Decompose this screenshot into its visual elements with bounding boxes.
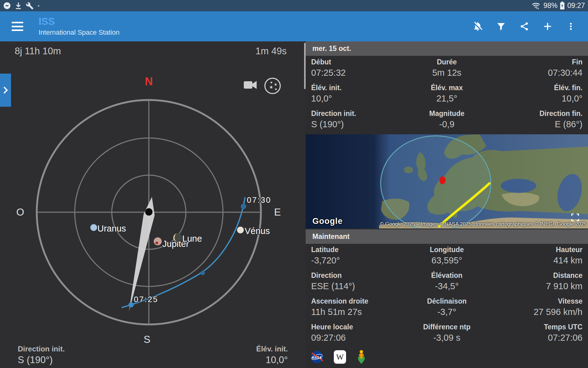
status-clock: 09:27 [567, 2, 585, 10]
pass-detail-panel: mer. 15 oct. Début07:25:32 Durée5m 12s F… [306, 41, 588, 368]
col-value: -3,09 s [401, 332, 492, 344]
moon-label: Lune [182, 234, 202, 243]
table-row: DirectionESE (114°) Élévation-34,5° Dist… [311, 271, 582, 292]
compass-south: S [144, 334, 150, 345]
compass-east: E [274, 206, 281, 218]
share-button[interactable] [519, 21, 530, 32]
col-label: Élévation [401, 271, 492, 280]
col-label: Latitude [311, 245, 401, 254]
messenger-icon [3, 2, 11, 10]
toolbar-actions [472, 21, 581, 32]
videocam-icon [244, 81, 252, 89]
battery-icon [560, 2, 565, 10]
col-label: Distance [492, 271, 582, 280]
add-button[interactable] [542, 21, 553, 32]
page-title: ISS [39, 16, 119, 27]
trajectory-end-time: 07:30 [247, 195, 271, 205]
compass-west: O [16, 206, 24, 218]
battery-percent: 98% [543, 2, 557, 10]
pegman-link-button[interactable] [356, 350, 366, 364]
col-label: Élév. fin. [492, 83, 582, 92]
nasa-link-button[interactable]: NASA [311, 351, 323, 363]
col-value: 07:30:44 [492, 67, 582, 79]
compass-north: N [145, 75, 153, 88]
pass-date-header[interactable]: mer. 15 oct. [306, 41, 588, 56]
trajectory-end-dot [241, 204, 246, 209]
col-label: Heure locale [311, 322, 401, 332]
camera-view-button[interactable] [243, 79, 258, 91]
col-value: 10,0° [492, 92, 582, 105]
trajectory-start-time: 07:25 [134, 295, 158, 304]
download-icon [15, 2, 22, 10]
external-links: NASA W [311, 350, 366, 364]
col-value: 10,0° [311, 92, 401, 105]
visibility-circle [381, 136, 491, 228]
col-label: Temps UTC [492, 322, 582, 332]
col-label: Magnitude [401, 109, 492, 118]
sky-footer-elevation: Élév. init. 10,0° [256, 344, 288, 366]
col-label: Hauteur [492, 245, 582, 254]
trajectory-start-dot [129, 302, 134, 308]
pass-date: mer. 15 oct. [312, 44, 351, 53]
col-value: ESE (114°) [311, 280, 401, 292]
col-label: Déclinaison [401, 297, 492, 306]
toolbar-titles: ISS International Space Station [39, 16, 119, 36]
ground-track-map[interactable]: Google © Google 2025 – Images © NASA 202… [306, 134, 588, 228]
star-view-button[interactable] [263, 77, 282, 95]
col-label: Direction init. [311, 109, 401, 118]
filter-icon [496, 21, 506, 31]
direction-init-value: S (190°) [18, 354, 65, 366]
col-value: 63,595° [401, 254, 492, 266]
wifi-icon [531, 2, 541, 10]
menu-button[interactable] [12, 22, 23, 31]
table-row: Début07:25:32 Durée5m 12s Fin07:30:44 [311, 57, 582, 79]
table-row: Élév. init.10,0° Élév. max21,5° Élév. fi… [311, 83, 582, 105]
col-label: Direction [311, 271, 401, 280]
star-circle-icon [265, 78, 280, 94]
col-label: Durée [401, 57, 492, 67]
panel-expand-tab[interactable] [0, 74, 11, 107]
status-dot-icon [37, 5, 40, 7]
col-label: Direction fin. [492, 109, 582, 118]
col-value: 09:27:06 [311, 332, 401, 344]
pass-duration-remaining: 1m 49s [255, 46, 287, 57]
overflow-menu-button[interactable] [565, 21, 576, 32]
col-value: 5m 12s [401, 67, 492, 79]
plus-icon [542, 21, 553, 32]
col-value: -34,5° [401, 280, 492, 292]
fullscreen-icon [572, 214, 579, 221]
app-toolbar: ISS International Space Station [0, 11, 588, 41]
now-section-header[interactable]: Maintenant [306, 229, 588, 244]
zenith-dot [145, 208, 153, 216]
filter-button[interactable] [496, 21, 507, 32]
wikipedia-link-button[interactable]: W [334, 350, 346, 364]
observer-marker [439, 176, 446, 184]
col-label: Fin [492, 57, 582, 67]
col-label: Vitesse [492, 297, 582, 306]
direction-init-label: Direction init. [18, 344, 65, 354]
now-title: Maintenant [312, 232, 349, 241]
uranus-label: Uranus [97, 224, 126, 233]
wikipedia-w: W [336, 353, 344, 362]
col-value: -0,9 [401, 118, 492, 130]
table-row: Latitude-3,720° Longitude63,595° Hauteur… [311, 245, 582, 266]
page-subtitle: International Space Station [39, 29, 119, 36]
venus-label: Vénus [245, 226, 270, 236]
iss-detector-app: 98% 09:27 ISS International Space Statio… [0, 0, 588, 368]
trajectory-mid-dot [201, 271, 205, 275]
col-value: E (86°) [492, 118, 582, 130]
google-logo: Google [312, 217, 343, 226]
col-label: Élév. max [401, 83, 492, 92]
col-value: S (190°) [311, 118, 401, 130]
sky-footer-direction: Direction init. S (190°) [18, 344, 65, 366]
now-rows: Latitude-3,720° Longitude63,595° Hauteur… [306, 245, 588, 348]
uranus-dot [90, 224, 97, 231]
notifications-off-button[interactable] [472, 21, 483, 32]
col-value: 07:27:06 [492, 332, 582, 344]
sky-chart[interactable]: 07:25 07:30 Uranus Jupiter Lune Vénus N … [0, 41, 306, 368]
sky-view-panel: 07:25 07:30 Uranus Jupiter Lune Vénus N … [0, 41, 306, 368]
chevron-right-icon [3, 86, 8, 94]
map-fullscreen-button[interactable] [571, 213, 579, 222]
col-label: Début [311, 57, 401, 67]
nasa-label: NASA [312, 356, 322, 359]
